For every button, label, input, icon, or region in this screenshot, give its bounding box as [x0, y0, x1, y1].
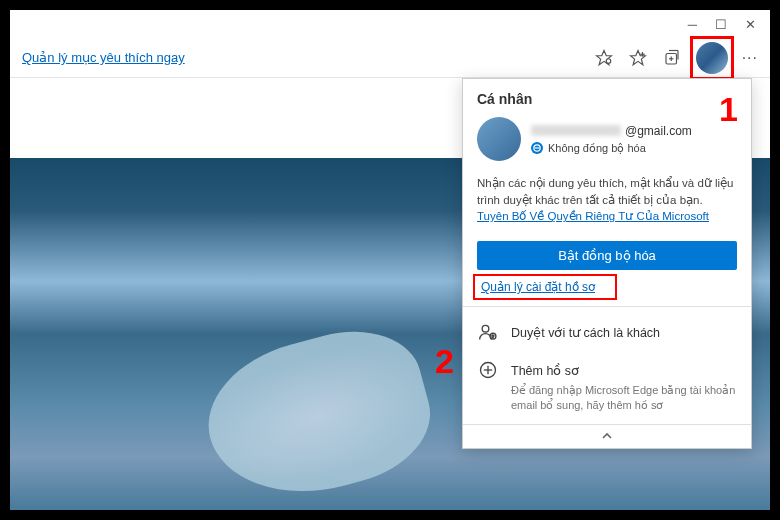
- window-titlebar: ─ ☐ ✕: [10, 10, 770, 38]
- annotation-number-2: 2: [435, 342, 454, 381]
- profile-avatar-button[interactable]: [696, 42, 728, 74]
- profile-email: @gmail.com: [531, 124, 737, 138]
- tracking-prevention-icon[interactable]: [594, 48, 614, 68]
- privacy-statement-link[interactable]: Tuyên Bố Về Quyền Riêng Tư Của Microsoft: [477, 210, 709, 222]
- browser-window: ─ ☐ ✕ Quản lý mục yêu thích ngay ···: [10, 10, 770, 510]
- divider: [463, 306, 751, 307]
- add-profile-label: Thêm hồ sơ: [511, 363, 579, 378]
- manage-favorites-link[interactable]: Quản lý mục yêu thích ngay: [22, 50, 185, 65]
- add-profile-item[interactable]: Thêm hồ sơ: [463, 349, 751, 383]
- plus-icon: [477, 359, 499, 381]
- annotation-number-1: 1: [719, 90, 738, 129]
- guest-icon: ?: [477, 321, 499, 343]
- svg-point-1: [606, 58, 611, 63]
- svg-point-12: [482, 325, 489, 332]
- chevron-up-icon: [601, 430, 613, 442]
- profile-info-row: @gmail.com Không đồng bộ hóa: [463, 111, 751, 171]
- close-icon[interactable]: ✕: [745, 17, 756, 32]
- enable-sync-button[interactable]: Bật đồng bộ hóa: [477, 241, 737, 270]
- guest-browse-label: Duyệt với tư cách là khách: [511, 325, 660, 340]
- sync-description: Nhận các nội dung yêu thích, mật khẩu và…: [463, 171, 751, 233]
- add-profile-description: Để đăng nhập Microsoft Edge bằng tài kho…: [463, 383, 751, 424]
- profile-avatar-icon: [477, 117, 521, 161]
- annotation-highlight-2: [473, 274, 617, 300]
- sync-status-text: Không đồng bộ hóa: [548, 142, 646, 155]
- maximize-icon[interactable]: ☐: [715, 17, 727, 32]
- email-domain: @gmail.com: [625, 124, 692, 138]
- minimize-icon[interactable]: ─: [688, 17, 697, 32]
- svg-marker-2: [630, 50, 645, 64]
- manage-profile-settings-link[interactable]: Quản lý cài đặt hồ sơ: [477, 278, 737, 296]
- popup-collapse-footer[interactable]: [463, 424, 751, 448]
- browser-toolbar: Quản lý mục yêu thích ngay ···: [10, 38, 770, 78]
- collections-icon[interactable]: [662, 48, 682, 68]
- popup-title: Cá nhân: [463, 79, 751, 111]
- annotation-highlight-1: [690, 36, 734, 80]
- more-menu-icon[interactable]: ···: [742, 49, 758, 67]
- profile-popup: Cá nhân @gmail.com Không đồng bộ hóa Nhậ…: [462, 78, 752, 449]
- email-redacted: [531, 125, 621, 136]
- favorites-icon[interactable]: [628, 48, 648, 68]
- sync-status-icon: [531, 142, 543, 154]
- browse-as-guest-item[interactable]: ? Duyệt với tư cách là khách: [463, 311, 751, 349]
